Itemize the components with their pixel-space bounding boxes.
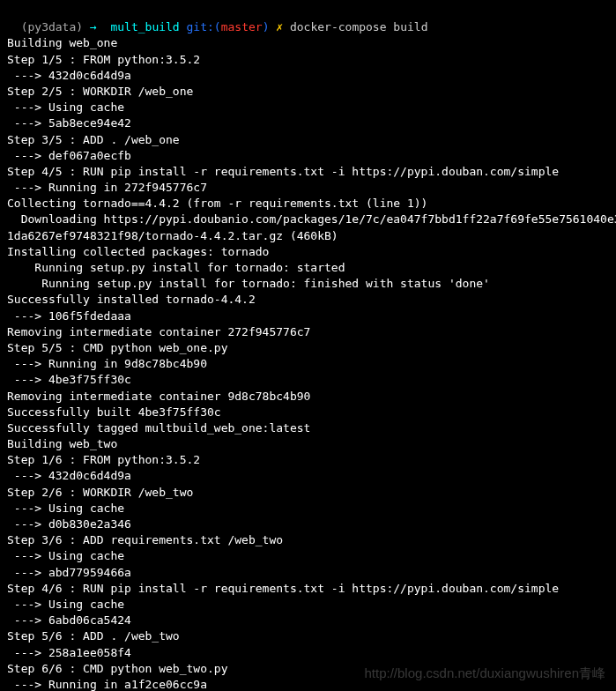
output-line: Installing collected packages: tornado [7,244,609,260]
output-line: Successfully tagged multbuild_web_one:la… [7,420,609,436]
output-line: ---> abd77959466a [7,565,609,581]
prompt-line[interactable]: (py3data) → mult_build git:(master) ✗ do… [7,4,609,35]
output-line: ---> 5ab8ece94e42 [7,115,609,131]
git-label: git:( [187,20,221,33]
output-line: Step 3/5 : ADD . /web_one [7,132,609,148]
output-line: Building web_two [7,436,609,452]
output-line: ---> d0b830e2a346 [7,516,609,532]
output-line: ---> Running in 9d8c78bc4b90 [7,356,609,372]
output-line: Step 5/5 : CMD python web_one.py [7,340,609,356]
output-line: Downloading https://pypi.doubanio.com/pa… [7,212,609,227]
arrow-icon: → [90,20,97,33]
cwd-label: mult_build [110,20,179,33]
output-line: Step 1/5 : FROM python:3.5.2 [7,52,609,68]
output-line: Removing intermediate container 272f9457… [7,324,609,340]
output-line: Successfully installed tornado-4.4.2 [7,292,609,308]
output-line: Step 5/6 : ADD . /web_two [7,628,609,644]
output-line: ---> Using cache [7,100,609,115]
output-line: ---> def067a0ecfb [7,148,609,164]
output-line: Step 2/6 : WORKDIR /web_two [7,485,609,501]
output-line: ---> Using cache [7,548,609,564]
dirty-icon: ✗ [276,20,283,33]
output-line: Successfully built 4be3f75ff30c [7,405,609,420]
output-line: Step 2/5 : WORKDIR /web_one [7,84,609,100]
output-line: ---> Running in 272f945776c7 [7,180,609,196]
output-line: ---> 258a1ee058f4 [7,645,609,661]
output-line: ---> 106f5fdedaaa [7,308,609,324]
output-line: ---> 6abd06ca5424 [7,613,609,628]
git-close: ) [263,20,270,33]
output-line: ---> Running in a1f2ce06cc9a [7,677,609,691]
output-line: Step 6/6 : CMD python web_two.py [7,661,609,677]
git-branch: master [221,20,263,33]
command-text: docker-compose build [290,20,428,33]
output-line: Running setup.py install for tornado: st… [7,260,609,276]
output-line: Removing intermediate container 9d8c78bc… [7,389,609,405]
output-line: ---> 4be3f75ff30c [7,372,609,388]
output-line: ---> Using cache [7,501,609,516]
output-line: ---> 432d0c6d4d9a [7,468,609,484]
output-line: Collecting tornado==4.4.2 (from -r requi… [7,196,609,212]
venv-label: (py3data) [21,20,83,33]
output-line: 1da6267ef9748321f98/tornado-4.4.2.tar.gz… [7,228,609,244]
output-line: ---> Using cache [7,597,609,613]
output-line: Step 4/6 : RUN pip install -r requiremen… [7,581,609,597]
output-line: ---> 432d0c6d4d9a [7,68,609,84]
output-line: Running setup.py install for tornado: fi… [7,276,609,292]
output-line: Step 3/6 : ADD requirements.txt /web_two [7,532,609,548]
output-line: Step 1/6 : FROM python:3.5.2 [7,452,609,468]
output-line: Building web_one [7,35,609,51]
output-line: Step 4/5 : RUN pip install -r requiremen… [7,164,609,180]
